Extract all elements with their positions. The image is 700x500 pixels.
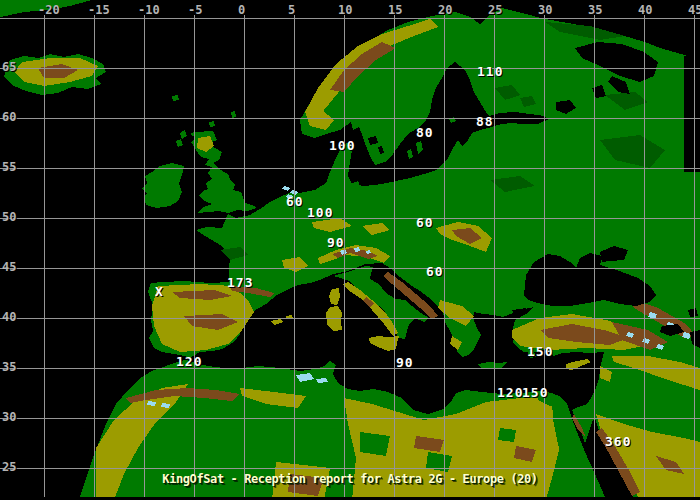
lon-label: 20 [438,4,452,16]
map-edge-strip [684,56,700,172]
signal-marker: 100 [329,139,355,152]
signal-marker: 60 [286,195,304,208]
lat-label: 65 [2,61,16,73]
signal-marker: 120 [176,355,202,368]
lon-label: 0 [238,4,245,16]
lon-gridline [244,15,245,497]
lat-label: 50 [2,211,16,223]
lon-label: 35 [588,4,602,16]
lon-gridline [594,15,595,497]
lon-label: 30 [538,4,552,16]
lat-gridline [0,268,700,269]
lon-label: 10 [338,4,352,16]
lat-gridline [0,468,700,469]
lon-gridline [644,15,645,497]
lon-gridline [444,15,445,497]
lat-gridline [0,218,700,219]
lat-label: 25 [2,461,16,473]
lat-label: 55 [2,161,16,173]
lat-label: 40 [2,311,16,323]
lat-gridline [0,168,700,169]
signal-marker: 150 [527,345,553,358]
lon-gridline [144,15,145,497]
lon-label: 15 [388,4,402,16]
signal-marker: 110 [477,65,503,78]
lon-label: -5 [188,4,202,16]
signal-marker: 60 [416,216,434,229]
signal-marker: 360 [605,435,631,448]
lon-gridline [44,15,45,497]
signal-marker: 90 [327,236,345,249]
lon-gridline [394,15,395,497]
signal-marker: 88 [476,115,494,128]
signal-marker: 100 [307,206,333,219]
lat-gridline [0,118,700,119]
europe-terrain-map [0,0,700,500]
lon-gridline [494,15,495,497]
lon-label: -20 [38,4,60,16]
lat-gridline [0,418,700,419]
reception-map: -20-15-10-505101520253035404565605550454… [0,0,700,500]
lon-gridline [694,15,695,497]
lat-gridline [0,68,700,69]
lat-label: 60 [2,111,16,123]
lat-label: 35 [2,361,16,373]
lon-label: 45 [688,4,700,16]
lon-label: 40 [638,4,652,16]
signal-marker: 120 [497,386,523,399]
lon-label: 5 [288,4,295,16]
lat-label: 30 [2,411,16,423]
lat-label: 45 [2,261,16,273]
lon-gridline [194,15,195,497]
lon-label: 25 [488,4,502,16]
lon-gridline [344,15,345,497]
signal-marker: 60 [426,265,444,278]
lat-gridline [0,18,700,19]
lat-gridline [0,368,700,369]
map-title: KingOfSat - Reception report for Astra 2… [162,472,537,486]
lon-gridline [544,15,545,497]
lon-label: -15 [88,4,110,16]
lon-gridline [94,15,95,497]
orkney [209,121,215,127]
faroe [172,95,179,101]
lon-gridline [294,15,295,497]
signal-marker: 173 [227,276,253,289]
signal-marker: 80 [416,126,434,139]
signal-marker: 150 [522,386,548,399]
signal-marker: X [155,285,164,298]
signal-marker: 90 [396,356,414,369]
lat-gridline [0,318,700,319]
lon-label: -10 [138,4,160,16]
